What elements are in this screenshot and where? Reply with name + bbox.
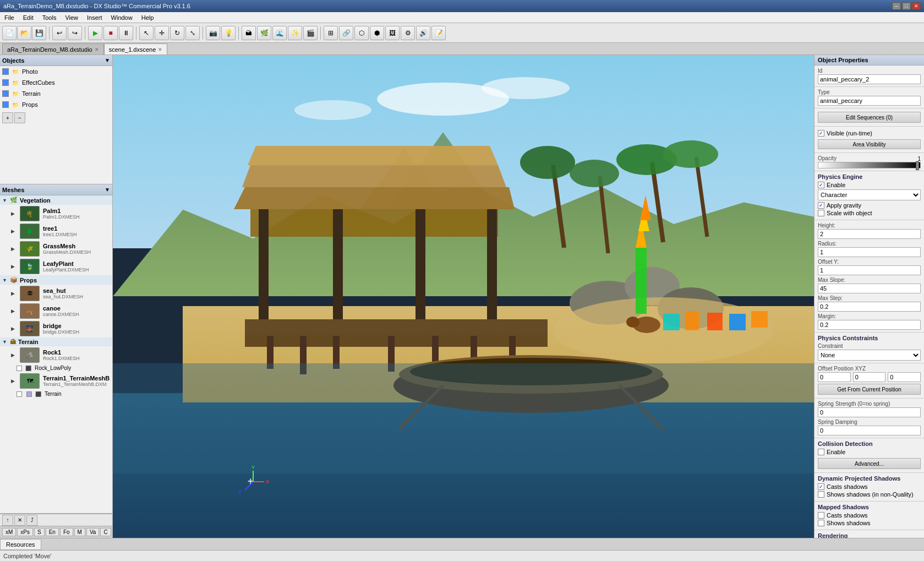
- new-button[interactable]: 📄: [2, 26, 17, 40]
- spring-damping-input[interactable]: [818, 426, 921, 435]
- audio-button[interactable]: 🔊: [416, 26, 430, 40]
- bt-btn1[interactable]: ↑: [2, 515, 13, 526]
- mode-s[interactable]: S: [34, 528, 45, 536]
- grid-button[interactable]: ⊞: [324, 26, 338, 40]
- mesh-palm1[interactable]: ▶ 🌴 Palm1 Palm1.DXMESH: [0, 205, 112, 222]
- opacity-slider[interactable]: [818, 162, 921, 168]
- collision-enable-check[interactable]: [818, 449, 824, 455]
- mesh-rocklowpoly[interactable]: ⬛ Rock_LowPoly: [0, 364, 112, 372]
- tab-dxstudio[interactable]: aRa_TerrainDemo_M8.dxstudio ✕: [2, 43, 104, 55]
- meshes-collapse-icon[interactable]: ▼: [105, 187, 110, 193]
- close-button[interactable]: ✕: [912, 2, 921, 10]
- mesh-seahut[interactable]: ▶ 🏚 sea_hut sea_hut.DXMESH: [0, 285, 112, 302]
- objects-collapse-icon[interactable]: ▼: [105, 57, 110, 63]
- mesh-bridge[interactable]: ▶ 🌉 bridge bridge.DXMESH: [0, 320, 112, 337]
- script-button[interactable]: 📝: [431, 26, 446, 40]
- obj-effectcubes-check[interactable]: [2, 79, 9, 86]
- offset-y2-input[interactable]: [853, 372, 886, 382]
- terrain-last-check2[interactable]: [26, 391, 32, 397]
- save-button[interactable]: 💾: [32, 26, 46, 40]
- remove-object-btn[interactable]: −: [14, 112, 25, 123]
- obj-item-photo[interactable]: 📁 Photo: [0, 66, 112, 77]
- grass-button[interactable]: 🌿: [257, 26, 271, 40]
- mode-en[interactable]: En: [46, 528, 59, 536]
- type-input[interactable]: [818, 96, 921, 106]
- snap-button[interactable]: 🔗: [339, 26, 353, 40]
- maximize-button[interactable]: □: [902, 2, 911, 10]
- viewport[interactable]: + X Y Z: [113, 55, 814, 538]
- offset-z-input[interactable]: [888, 372, 921, 382]
- height-input[interactable]: [818, 229, 921, 239]
- dyn-shows-shadows-check[interactable]: [818, 491, 824, 498]
- bt-btn3[interactable]: ⤴: [26, 515, 37, 526]
- mode-m[interactable]: M: [74, 528, 85, 536]
- tab-dxstudio-close[interactable]: ✕: [95, 47, 99, 52]
- offset-y-input[interactable]: [818, 265, 921, 275]
- area-visibility-button[interactable]: Area Visibility: [818, 139, 921, 149]
- pause-button[interactable]: ⏸: [119, 26, 133, 40]
- mode-va[interactable]: Va: [86, 528, 100, 536]
- rotate-button[interactable]: ↻: [170, 26, 184, 40]
- move-button[interactable]: ✛: [155, 26, 169, 40]
- resources-tab-button[interactable]: Resources: [0, 539, 41, 550]
- mesh-leafyplant[interactable]: ▶ 🍃 LeafyPlant LeafyPlant.DXMESH: [0, 258, 112, 275]
- terrain-group-header[interactable]: ▼ 🏔 Terrain: [0, 337, 112, 346]
- vegetation-group-header[interactable]: ▼ 🌿 Vegetation: [0, 195, 112, 205]
- light-button[interactable]: 💡: [221, 26, 236, 40]
- water-button[interactable]: 🌊: [272, 26, 287, 40]
- menu-insert[interactable]: Insert: [83, 12, 107, 23]
- menu-tools[interactable]: Tools: [38, 12, 61, 23]
- max-slope-input[interactable]: [818, 284, 921, 293]
- opacity-thumb[interactable]: [916, 161, 919, 170]
- undo-button[interactable]: ↩: [52, 26, 67, 40]
- stop-button[interactable]: ■: [103, 26, 118, 40]
- mesh-terrain-last[interactable]: ⬛ Terrain: [0, 390, 112, 398]
- solid-button[interactable]: ⬢: [370, 26, 384, 40]
- mesh-rock1[interactable]: ▶ 🪨 Rock1 Rock1.DXMESH: [0, 346, 112, 364]
- terrain-last-check1[interactable]: [17, 391, 22, 397]
- physics-enable-check[interactable]: [818, 182, 824, 188]
- menu-window[interactable]: Window: [107, 12, 137, 23]
- camera-button[interactable]: 📷: [206, 26, 220, 40]
- tab-scene[interactable]: scene_1.dxscene ✕: [104, 43, 168, 55]
- physics-button[interactable]: ⚙: [401, 26, 415, 40]
- open-button[interactable]: 📂: [17, 26, 31, 40]
- menu-file[interactable]: File: [0, 12, 19, 23]
- mode-xm[interactable]: xM: [2, 528, 16, 536]
- margin-input[interactable]: [818, 320, 921, 330]
- mesh-terrain1mesh[interactable]: ▶ 🗺 Terrain1_TerrainMeshB Terrain1_Terra…: [0, 372, 112, 390]
- obj-item-effectcubes[interactable]: 📁 EffectCubes: [0, 77, 112, 88]
- mode-fo[interactable]: Fo: [60, 528, 73, 536]
- select-button[interactable]: ↖: [139, 26, 154, 40]
- obj-props-check[interactable]: [2, 101, 9, 108]
- play-button[interactable]: ▶: [88, 26, 102, 40]
- offset-x-input[interactable]: [818, 372, 851, 382]
- minimize-button[interactable]: ─: [892, 2, 901, 10]
- menu-view[interactable]: View: [61, 12, 83, 23]
- advanced-button[interactable]: Advanced...: [818, 458, 921, 469]
- apply-gravity-check[interactable]: [818, 202, 824, 209]
- radius-input[interactable]: [818, 247, 921, 257]
- constraint-select[interactable]: None: [818, 350, 921, 361]
- physics-type-select[interactable]: Character Static Dynamic Kinematic: [818, 189, 921, 200]
- scale-with-object-check[interactable]: [818, 210, 824, 216]
- mapped-shows-check[interactable]: [818, 520, 824, 526]
- max-step-input[interactable]: [818, 302, 921, 312]
- mode-xps[interactable]: xPs: [17, 528, 33, 536]
- obj-item-terrain[interactable]: 📁 Terrain: [0, 88, 112, 99]
- add-object-btn[interactable]: +: [2, 112, 13, 123]
- mapped-casts-check[interactable]: [818, 512, 824, 519]
- mesh-grassmesh[interactable]: ▶ 🌾 GrassMesh GrassMesh.DXMESH: [0, 240, 112, 258]
- edit-sequences-button[interactable]: Edit Sequences (0): [818, 112, 921, 123]
- menu-edit[interactable]: Edit: [19, 12, 38, 23]
- mesh-canoe[interactable]: ▶ 🛶 canoe canoe.DXMESH: [0, 302, 112, 320]
- render-button[interactable]: 🎬: [303, 26, 318, 40]
- props-group-header[interactable]: ▼ 📦 Props: [0, 275, 112, 285]
- scale-button[interactable]: ⤡: [185, 26, 200, 40]
- wireframe-button[interactable]: ⬡: [354, 26, 369, 40]
- tab-scene-close[interactable]: ✕: [158, 47, 162, 52]
- texture-button[interactable]: 🖼: [385, 26, 400, 40]
- get-from-current-button[interactable]: Get From Current Position: [818, 384, 921, 395]
- menu-help[interactable]: Help: [137, 12, 158, 23]
- bt-btn2[interactable]: ✕: [14, 515, 25, 526]
